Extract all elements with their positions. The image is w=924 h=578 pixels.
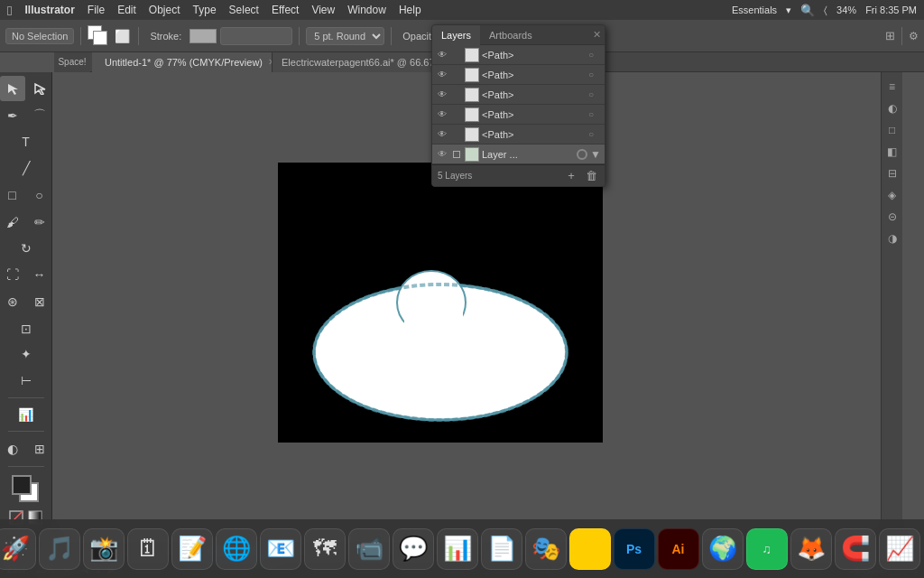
foreground-color-box[interactable] (12, 475, 32, 495)
transform-icon[interactable]: ◧ (883, 143, 901, 161)
layer-lock-4[interactable]: ○ (588, 109, 601, 119)
dock-pages[interactable]: 📄 (481, 528, 522, 570)
menu-view[interactable]: View (311, 4, 335, 16)
tab-electric[interactable]: Electricwaterpagent66.ai* @ 66.67% (CMYK… (273, 52, 453, 72)
dock-messages[interactable]: 💬 (393, 528, 434, 570)
appearance-icon[interactable]: □ (883, 121, 901, 139)
layer-lock-3[interactable]: ○ (588, 89, 601, 99)
layer-row-3[interactable]: 👁 <Path> ○ (432, 85, 605, 105)
essentials-label[interactable]: Essentials (732, 5, 777, 15)
curvature-tool[interactable]: ⌒ (27, 103, 52, 128)
pen-tools: ✒ ⌒ (0, 103, 52, 128)
dock-maps[interactable]: 🗺 (304, 528, 346, 570)
layer-eye-2[interactable]: 👁 (436, 69, 448, 81)
direct-selection-tool[interactable] (27, 76, 52, 101)
dock-safari[interactable]: 🌐 (216, 528, 257, 570)
dock-illustrator[interactable]: Ai (658, 528, 699, 570)
dock-activity[interactable]: 📈 (879, 528, 920, 570)
layer-eye-4[interactable]: 👁 (436, 108, 448, 121)
layers-tab[interactable]: Layers (432, 25, 480, 45)
line-tool[interactable]: ╱ (14, 156, 39, 181)
space-button[interactable]: Space! (54, 52, 90, 72)
layers-count: 5 Layers (438, 171, 472, 181)
align-icon[interactable]: ⊟ (883, 164, 901, 182)
menu-help[interactable]: Help (399, 4, 421, 16)
selection-tool[interactable] (0, 76, 25, 101)
menu-window[interactable]: Window (347, 4, 386, 16)
dock-keynote[interactable]: 🎭 (525, 528, 567, 570)
layer-lock-1[interactable]: ○ (588, 50, 601, 60)
pathfinder-icon[interactable]: ◈ (883, 186, 901, 204)
layer-eye-5[interactable]: 👁 (436, 128, 448, 141)
type-tool[interactable]: T (14, 130, 39, 154)
dock-chrome[interactable]: 🌍 (702, 528, 744, 570)
brush-size-select[interactable]: 5 pt. Round 3 pt. Round 1 pt. Round (306, 27, 384, 45)
fg-bg-colors[interactable] (12, 475, 41, 504)
layer-eye-1[interactable]: 👁 (436, 49, 448, 61)
layer-lock-2[interactable]: ○ (588, 70, 601, 79)
new-layer-btn[interactable]: + (563, 168, 579, 184)
paintbrush-tool[interactable]: 🖌 (0, 210, 25, 235)
properties-icon[interactable]: ⚙ (909, 30, 919, 42)
stroke-panel-icon[interactable]: ⊝ (883, 208, 901, 226)
layer-expand-icon[interactable]: ▼ (590, 148, 601, 161)
menu-type[interactable]: Type (193, 4, 217, 16)
menu-effect[interactable]: Effect (272, 4, 299, 16)
menu-edit[interactable]: Edit (117, 4, 136, 16)
dock-magnet[interactable]: 🧲 (835, 528, 876, 570)
panel-close-btn[interactable]: ✕ (593, 29, 601, 41)
layer-eye-3[interactable]: 👁 (436, 89, 448, 101)
apple-menu[interactable]:  (7, 3, 12, 18)
dock-mail[interactable]: 📧 (260, 528, 301, 570)
dock-sketch[interactable] (569, 528, 611, 570)
menu-illustrator[interactable]: Illustrator (24, 4, 74, 16)
rotate-tool[interactable]: ↻ (14, 237, 39, 261)
dock-photoshop[interactable]: Ps (614, 528, 655, 570)
artboards-tab[interactable]: Artboards (480, 25, 541, 45)
layer-row-1[interactable]: 👁 <Path> ○ (432, 45, 605, 65)
dock-calendar[interactable]: 🗓 (127, 528, 169, 570)
reflect-tool[interactable]: ↔ (27, 262, 52, 287)
stroke-color[interactable] (189, 29, 217, 43)
color-guide-icon[interactable]: ◐ (883, 99, 901, 117)
dock-facetime[interactable]: 📹 (348, 528, 390, 570)
layer-row-2[interactable]: 👁 <Path> ○ (432, 65, 605, 85)
menu-file[interactable]: File (88, 4, 105, 16)
dock-photos[interactable]: 📸 (83, 528, 125, 570)
gradient-tool[interactable]: ◐ (0, 436, 25, 461)
pencil-tool[interactable]: ✏ (27, 210, 52, 235)
properties-panel-icon[interactable]: ≡ (883, 78, 901, 96)
eyedropper-tool[interactable]: ✦ (14, 342, 39, 367)
menu-object[interactable]: Object (149, 4, 180, 16)
layer-lock-5[interactable]: ○ (588, 129, 601, 139)
layer-row-4[interactable]: 👁 <Path> ○ (432, 105, 605, 125)
menu-select[interactable]: Select (229, 4, 259, 16)
gradient-panel-icon[interactable]: ◑ (883, 229, 901, 247)
essentials-dropdown-icon[interactable]: ▾ (786, 5, 791, 16)
warp-tool[interactable]: ⊛ (0, 289, 25, 314)
layer-eye-group[interactable]: 👁 (436, 148, 448, 161)
graph-tool[interactable]: 📊 (14, 403, 39, 427)
dock-music[interactable]: 🎵 (39, 528, 80, 570)
scale-tool[interactable]: ⛶ (0, 262, 25, 287)
width-tool[interactable]: ⊠ (27, 289, 52, 314)
dock-firefox[interactable]: 🦊 (790, 528, 832, 570)
stroke-value-input[interactable] (220, 27, 292, 45)
mesh-tool[interactable]: ⊞ (27, 436, 52, 461)
layer-row-5[interactable]: 👁 <Path> ○ (432, 125, 605, 144)
dock-spotify[interactable]: ♫ (746, 528, 788, 570)
stroke-swatch[interactable] (93, 31, 107, 45)
dock-launchpad[interactable]: 🚀 (0, 528, 36, 570)
free-transform-tool[interactable]: ⊡ (14, 316, 39, 340)
measure-tool[interactable]: ⊢ (14, 368, 39, 393)
arrange-icon[interactable]: ⊞ (885, 29, 895, 42)
pen-tool[interactable]: ✒ (0, 103, 25, 128)
layer-row-group[interactable]: 👁 Layer ... ▼ (432, 144, 605, 164)
rectangle-tool[interactable]: □ (0, 182, 25, 208)
ellipse-tool[interactable]: ○ (27, 182, 52, 208)
dock-numbers[interactable]: 📊 (437, 528, 478, 570)
dock-notes[interactable]: 📝 (171, 528, 213, 570)
tab-untitled[interactable]: Untitled-1* @ 77% (CMYK/Preview) ✕ (92, 52, 273, 72)
layer-target-group[interactable] (577, 149, 587, 160)
delete-layer-btn[interactable]: 🗑 (583, 168, 599, 184)
